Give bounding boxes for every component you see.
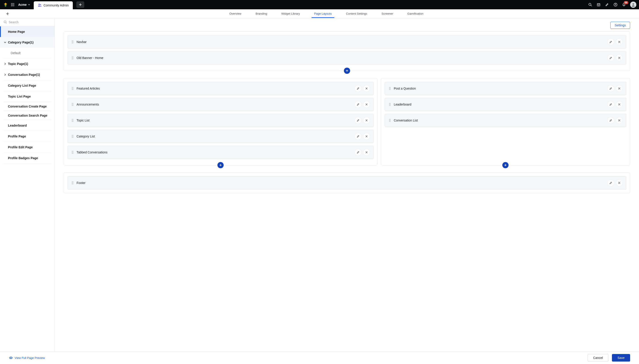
svg-point-73	[390, 120, 390, 120]
edit-widget-button[interactable]	[607, 38, 614, 45]
sidebar-item-topic-page[interactable]: Topic Page(1)	[0, 58, 55, 69]
add-widget-button[interactable]	[502, 162, 509, 168]
svg-point-19	[73, 42, 73, 42]
sidebar-item-label: Home Page	[8, 30, 25, 34]
tab-overview[interactable]: Overview	[229, 10, 242, 18]
sidebar-item-topic-list-page[interactable]: Topic List Page	[0, 91, 55, 102]
search-icon[interactable]	[588, 2, 592, 7]
back-button[interactable]	[5, 11, 11, 17]
sidebar-item-category-list-page[interactable]: Category List Page	[0, 80, 55, 91]
drag-handle-icon[interactable]	[71, 87, 74, 90]
calendar-icon[interactable]: 02	[596, 2, 601, 7]
svg-point-7	[12, 6, 13, 6]
sidebar-item-category-default[interactable]: Default	[0, 48, 55, 58]
svg-point-62	[389, 89, 389, 90]
sidebar-item-conversation-search-page[interactable]: Conversation Search Page	[0, 111, 55, 120]
drag-handle-icon[interactable]	[71, 151, 74, 154]
sidebar-item-category-page[interactable]: Category Page(1)	[0, 37, 55, 48]
user-avatar[interactable]	[630, 2, 636, 8]
widget-post-a-question: Post a Question	[385, 82, 626, 95]
edit-widget-button[interactable]	[355, 101, 362, 108]
sidebar-item-conversation-create-page[interactable]: Conversation Create Page	[0, 102, 55, 111]
widget-navbar: Navbar	[68, 35, 626, 48]
drag-handle-icon[interactable]	[71, 40, 74, 44]
svg-point-82	[11, 357, 11, 358]
svg-point-59	[390, 87, 390, 88]
svg-point-17	[73, 40, 73, 41]
sidebar-item-label: Profile Edit Page	[8, 146, 33, 149]
svg-point-35	[73, 103, 73, 104]
remove-widget-button[interactable]	[363, 133, 370, 140]
edit-widget-button[interactable]	[355, 85, 362, 92]
remove-widget-button[interactable]	[363, 117, 370, 124]
tab-page-layouts[interactable]: Page Layouts	[314, 10, 332, 18]
new-tab-button[interactable]	[76, 1, 84, 8]
add-widget-button[interactable]	[217, 162, 224, 168]
tab-branding[interactable]: Branding	[255, 10, 267, 18]
save-button[interactable]: Save	[612, 354, 630, 362]
tab-gamification[interactable]: Gamification	[407, 10, 424, 18]
edit-widget-button[interactable]	[607, 54, 614, 61]
drag-handle-icon[interactable]	[71, 119, 74, 122]
edit-widget-button[interactable]	[607, 101, 614, 108]
sidebar-item-label: Default	[11, 51, 21, 55]
svg-point-80	[72, 184, 72, 184]
edit-widget-button[interactable]	[355, 117, 362, 124]
edit-widget-button[interactable]	[355, 133, 362, 140]
sidebar-item-leaderboard[interactable]: Leaderboard	[0, 120, 55, 131]
edit-widget-button[interactable]	[355, 149, 362, 156]
drag-handle-icon[interactable]	[71, 135, 74, 138]
chevron-down-icon	[4, 41, 7, 44]
drag-handle-icon[interactable]	[71, 103, 74, 106]
settings-button[interactable]: Settings	[610, 22, 630, 29]
drag-handle-icon[interactable]	[389, 119, 391, 122]
app-switcher-icon[interactable]	[11, 3, 15, 7]
eye-icon	[9, 356, 13, 360]
edit-widget-button[interactable]	[607, 117, 614, 124]
help-icon[interactable]	[613, 2, 618, 7]
chevron-right-icon	[4, 62, 7, 66]
sidebar-item-profile-badges-page[interactable]: Profile Badges Page	[0, 153, 55, 164]
remove-widget-button[interactable]	[363, 101, 370, 108]
remove-widget-button[interactable]	[616, 117, 622, 124]
admin-subnav: Overview Branding Widget Library Page La…	[0, 9, 639, 18]
widget-footer: Footer	[68, 176, 626, 190]
drag-handle-icon[interactable]	[389, 87, 391, 90]
tab-content-settings[interactable]: Content Settings	[346, 10, 368, 18]
layout-canvas: Settings Navbar Old Banner - Home	[55, 18, 639, 351]
drag-handle-icon[interactable]	[389, 103, 391, 106]
svg-point-70	[389, 119, 389, 120]
tab-widget-library[interactable]: Widget Library	[281, 10, 300, 18]
svg-point-43	[73, 120, 73, 120]
add-widget-button[interactable]	[344, 68, 350, 74]
cancel-button[interactable]: Cancel	[587, 354, 608, 362]
svg-point-24	[72, 58, 72, 58]
tab-screener[interactable]: Screener	[381, 10, 394, 18]
remove-widget-button[interactable]	[363, 85, 370, 92]
remove-widget-button[interactable]	[616, 38, 622, 45]
search-input[interactable]	[9, 20, 51, 24]
svg-point-33	[73, 89, 73, 90]
sidebar-item-profile-edit-page[interactable]: Profile Edit Page	[0, 142, 55, 152]
drag-handle-icon[interactable]	[71, 56, 74, 60]
sidebar-item-label: Topic Page(1)	[8, 62, 28, 66]
svg-point-2	[14, 3, 15, 4]
org-switcher[interactable]: Acme	[17, 3, 32, 6]
remove-widget-button[interactable]	[616, 180, 622, 186]
workspace-tab[interactable]: Community Admin	[34, 1, 73, 9]
svg-point-26	[72, 59, 72, 59]
drag-handle-icon[interactable]	[71, 181, 74, 184]
sidebar-item-conversation-page[interactable]: Conversation Page(1)	[0, 70, 55, 80]
edit-widget-button[interactable]	[607, 85, 614, 92]
remove-widget-button[interactable]	[616, 101, 622, 108]
sidebar-item-home-page[interactable]: Home Page	[0, 26, 55, 37]
notifications-button[interactable]: 98	[622, 2, 626, 7]
remove-widget-button[interactable]	[616, 85, 622, 92]
view-full-preview-link[interactable]: View Full Page Preview	[9, 356, 45, 360]
remove-widget-button[interactable]	[616, 54, 622, 61]
edit-widget-button[interactable]	[607, 180, 614, 186]
right-column-section: Post a Question Leaderboard	[381, 78, 630, 165]
remove-widget-button[interactable]	[363, 149, 370, 156]
edit-icon[interactable]	[605, 2, 609, 7]
sidebar-item-profile-page[interactable]: Profile Page	[0, 131, 55, 142]
